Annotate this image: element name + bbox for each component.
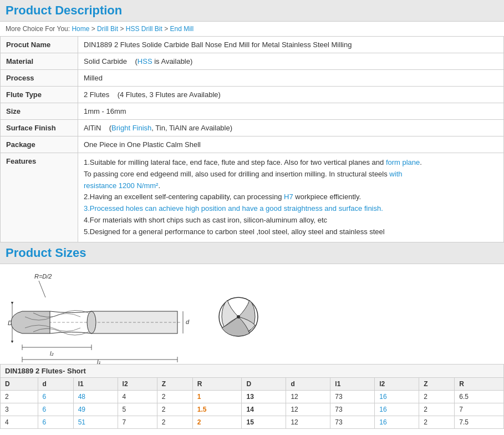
table-cell: 73 xyxy=(330,416,375,428)
svg-text:l₂: l₂ xyxy=(50,350,54,357)
feature-5: 5.Designed for a general performance to … xyxy=(84,226,498,238)
table-row: Process Milled xyxy=(1,70,504,87)
table-cell: 1 xyxy=(192,390,242,403)
table-row: Surface Finish AlTiN (Bright Finish, Tin… xyxy=(1,120,504,136)
col-header-Z1: Z xyxy=(157,377,192,390)
product-description-section: Product Description More Choice For You:… xyxy=(0,0,504,242)
table-row: Procut Name DIN1889 2 Flutes Solide Carb… xyxy=(1,37,504,53)
hss-link: HSS xyxy=(138,57,152,65)
table-cell: 16 xyxy=(375,416,419,428)
bright-finish-link: Bright Finish xyxy=(111,124,151,132)
product-sizes-section: Product Sizes R=D/2 D d xyxy=(0,242,504,429)
sizes-subtitle: DIN1889 2 Flutes- Short xyxy=(0,364,504,377)
col-header-l1-2: l1 xyxy=(330,377,375,390)
col-header-R1: R xyxy=(192,377,242,390)
svg-point-8 xyxy=(87,311,96,333)
diagram-area: R=D/2 D d xyxy=(0,264,504,364)
table-cell: 6.5 xyxy=(455,390,504,403)
table-header-row: D d l1 l2 Z R D d l1 l2 Z R xyxy=(1,377,504,390)
label-flute-type: Flute Type xyxy=(1,87,78,103)
table-cell: 4 xyxy=(118,390,157,403)
technical-diagram: R=D/2 D d xyxy=(6,270,200,364)
table-row: 26484211312731626.5 xyxy=(1,390,504,403)
col-header-l2-1: l2 xyxy=(118,377,157,390)
value-size: 1mm - 16mm xyxy=(78,103,504,120)
col-header-l1-1: l1 xyxy=(73,377,118,390)
table-cell: 7 xyxy=(118,416,157,428)
breadcrumb-home[interactable]: Home xyxy=(72,25,89,33)
table-cell: 3 xyxy=(1,403,38,416)
label-package: Package xyxy=(1,136,78,153)
feature-3: 3.Processed holes can achieve high posit… xyxy=(84,203,498,215)
table-cell: 2 xyxy=(157,390,192,403)
table-cell: 16 xyxy=(375,403,419,416)
col-header-d1: d xyxy=(38,377,73,390)
table-row: 46517221512731627.5 xyxy=(1,416,504,428)
table-cell: 73 xyxy=(330,403,375,416)
col-header-D1: D xyxy=(1,377,38,390)
table-row: 3649521.51412731627 xyxy=(1,403,504,416)
table-cell: 7.5 xyxy=(455,416,504,428)
table-row: Features 1.Suitable for milling lateral … xyxy=(1,153,504,242)
label-features: Features xyxy=(1,153,78,242)
table-cell: 12 xyxy=(286,390,330,403)
svg-text:l₁: l₁ xyxy=(97,358,100,364)
table-cell: 15 xyxy=(242,416,286,428)
svg-point-18 xyxy=(237,315,240,318)
col-header-d2: d xyxy=(286,377,330,390)
table-cell: 7 xyxy=(455,403,504,416)
value-features: 1.Suitable for milling lateral face, end… xyxy=(78,153,504,242)
table-cell: 1.5 xyxy=(192,403,242,416)
col-header-Z2: Z xyxy=(419,377,455,390)
features-list: 1.Suitable for milling lateral face, end… xyxy=(84,157,498,238)
breadcrumb-end-mill[interactable]: End Mill xyxy=(170,25,194,33)
cross-section-diagram xyxy=(216,295,261,339)
table-cell: 2 xyxy=(192,416,242,428)
table-cell: 6 xyxy=(38,403,73,416)
breadcrumb-prefix: More Choice For You: xyxy=(6,25,70,33)
breadcrumb: More Choice For You: Home > Drill Bit > … xyxy=(0,22,504,36)
table-cell: 2 xyxy=(157,403,192,416)
table-row: Package One Piece in One Plastic Calm Sh… xyxy=(1,136,504,153)
product-sizes-title: Product Sizes xyxy=(0,242,504,264)
feature-1: 1.Suitable for milling lateral face, end… xyxy=(84,157,498,191)
page-title: Product Description xyxy=(0,0,504,22)
table-row: Material Solid Carbide (HSS is Available… xyxy=(1,53,504,70)
table-cell: 12 xyxy=(286,403,330,416)
value-material: Solid Carbide (HSS is Available) xyxy=(78,53,504,70)
sizes-table-wrapper: DIN1889 2 Flutes- Short D d l1 l2 Z R D … xyxy=(0,364,504,429)
label-process: Process xyxy=(1,70,78,87)
table-row: Flute Type 2 Flutes (4 Flutes, 3 Flutes … xyxy=(1,87,504,103)
table-cell: 48 xyxy=(73,390,118,403)
table-cell: 2 xyxy=(419,403,455,416)
table-cell: 5 xyxy=(118,403,157,416)
table-cell: 51 xyxy=(73,416,118,428)
table-cell: 14 xyxy=(242,403,286,416)
table-cell: 49 xyxy=(73,403,118,416)
col-header-l2-2: l2 xyxy=(375,377,419,390)
feature-2: 2.Having an excellent self-centering cap… xyxy=(84,191,498,203)
label-procut-name: Procut Name xyxy=(1,37,78,53)
value-flute-type: 2 Flutes (4 Flutes, 3 Flutes are Availab… xyxy=(78,87,504,103)
table-cell: 73 xyxy=(330,390,375,403)
breadcrumb-drill-bit[interactable]: Drill Bit xyxy=(97,25,118,33)
label-surface-finish: Surface Finish xyxy=(1,120,78,136)
sizes-table: D d l1 l2 Z R D d l1 l2 Z R 264842113127… xyxy=(0,377,504,429)
value-surface-finish: AlTiN (Bright Finish, Tin, TiAIN are Ava… xyxy=(78,120,504,136)
value-package: One Piece in One Plastic Calm Shell xyxy=(78,136,504,153)
table-cell: 2 xyxy=(157,416,192,428)
table-cell: 2 xyxy=(1,390,38,403)
feature-4: 4.For materials with short chips such as… xyxy=(84,215,498,226)
svg-text:R=D/2: R=D/2 xyxy=(34,273,52,280)
col-header-D2: D xyxy=(242,377,286,390)
table-cell: 16 xyxy=(375,390,419,403)
table-cell: 12 xyxy=(286,416,330,428)
table-cell: 6 xyxy=(38,390,73,403)
table-cell: 6 xyxy=(38,416,73,428)
label-size: Size xyxy=(1,103,78,120)
svg-line-1 xyxy=(39,281,45,297)
value-process: Milled xyxy=(78,70,504,87)
breadcrumb-hss-drill-bit[interactable]: HSS Drill Bit xyxy=(126,25,162,33)
table-cell: 2 xyxy=(419,416,455,428)
description-table: Procut Name DIN1889 2 Flutes Solide Carb… xyxy=(0,36,504,242)
